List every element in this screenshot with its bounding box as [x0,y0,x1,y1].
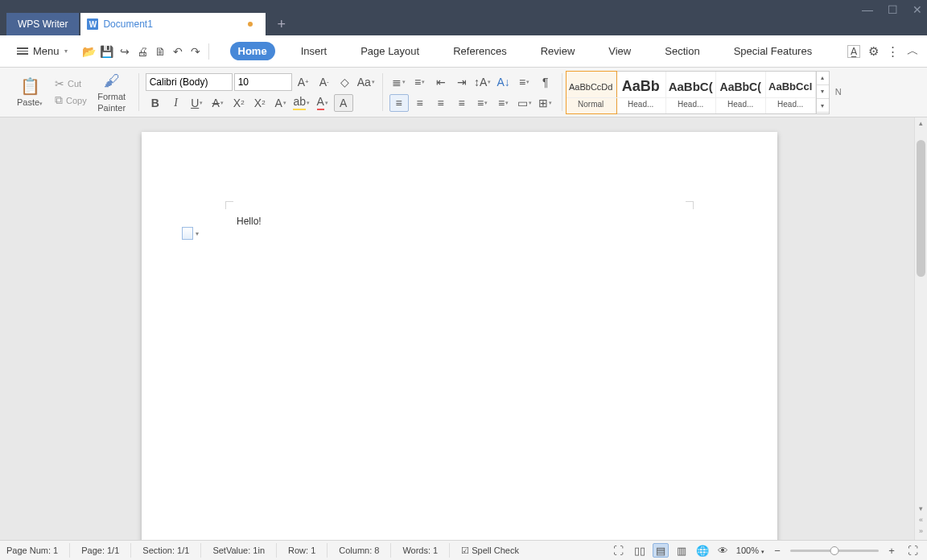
styles-scroll-down-icon[interactable]: ▾ [817,85,829,99]
align-left-icon[interactable]: ≡ [389,94,409,112]
tab-section[interactable]: Section [657,42,707,60]
zoom-in-icon[interactable]: + [884,543,900,558]
borders-icon[interactable]: ⊞▾ [536,94,555,112]
text-direction-icon[interactable]: ↕A▾ [473,73,492,91]
format-painter-button[interactable]: 🖌 Format Painter [92,71,132,113]
style-head[interactable]: AaBbC(Head... [666,72,716,113]
text-effects-icon[interactable]: A▾ [271,94,290,112]
collapse-ribbon-icon[interactable]: ︿ [907,43,919,59]
redo-icon[interactable]: ↷ [187,43,204,60]
distributed-icon[interactable]: ≡▾ [473,94,492,112]
italic-icon[interactable]: I [167,94,186,112]
sort-icon[interactable]: A↓ [494,73,513,91]
spell-check-button[interactable]: ☑ Spell Check [461,546,519,556]
status-section[interactable]: Section: 1/1 [142,546,189,555]
copy-button[interactable]: ⧉Copy [53,93,89,108]
fit-page-icon[interactable]: ⛶ [904,543,921,558]
tab-references[interactable]: References [445,42,514,60]
menu-button[interactable]: Menu ▾ [11,41,73,61]
minimize-icon[interactable]: ― [862,3,873,16]
status-page[interactable]: Page: 1/1 [81,546,119,555]
page[interactable]: ▾ Hello! [142,132,777,540]
vertical-scrollbar[interactable]: ▴ ▾ « » [914,117,927,540]
prev-page-icon[interactable]: « [915,516,927,524]
undo-icon[interactable]: ↶ [170,43,186,60]
close-icon[interactable]: ✕ [913,3,922,16]
style-normal[interactable]: AaBbCcDdNormal [566,72,616,113]
next-page-icon[interactable]: » [915,527,927,535]
read-view-icon[interactable]: ▯▯ [632,543,648,558]
style-head[interactable]: AaBbCclHead... [766,72,816,113]
align-right-icon[interactable]: ≡ [431,94,451,112]
style-head[interactable]: AaBbHead... [616,72,666,113]
superscript-icon[interactable]: X2 [229,94,249,112]
nav-pane-handle[interactable]: ▾ [182,227,199,240]
web-layout-icon[interactable]: 🌐 [694,543,711,558]
outline-view-icon[interactable]: ▥ [674,543,690,558]
increase-indent-icon[interactable]: ⇥ [452,73,472,91]
tab-review[interactable]: Review [533,42,583,60]
status-words[interactable]: Words: 1 [402,546,438,555]
app-name-tab[interactable]: WPS Writer [6,13,79,35]
change-case-icon[interactable]: Aa▾ [356,73,376,91]
export-icon[interactable]: ↪ [117,43,133,60]
subscript-icon[interactable]: X2 [250,94,270,112]
status-setvalue[interactable]: SetValue: 1in [212,546,265,555]
scroll-down-icon[interactable]: ▾ [915,504,927,513]
more-menu-icon[interactable]: ⋮ [887,44,899,59]
print-icon[interactable]: 🖨 [134,43,150,60]
document-body-text[interactable]: Hello! [237,216,262,227]
new-tab-button[interactable]: + [266,13,297,35]
line-spacing-icon[interactable]: ≡▾ [515,73,534,91]
tab-home[interactable]: Home [230,42,275,60]
underline-icon[interactable]: U▾ [187,94,207,112]
increase-font-icon[interactable]: A+ [294,73,313,91]
strikethrough-icon[interactable]: A▾ [208,94,228,112]
eye-protect-icon[interactable]: 👁 [715,543,731,558]
numbering-icon[interactable]: ≡▾ [410,73,430,91]
tab-page-layout[interactable]: Page Layout [352,42,427,60]
scrollbar-thumb[interactable] [917,140,925,277]
bold-icon[interactable]: B [146,94,165,112]
show-marks-icon[interactable]: ¶ [536,73,555,91]
character-shading-icon[interactable]: A [334,94,353,112]
scroll-up-icon[interactable]: ▴ [915,119,927,127]
settings-gear-icon[interactable]: ⚙ [868,44,879,59]
print-layout-icon[interactable]: ▤ [653,543,669,558]
status-row[interactable]: Row: 1 [288,546,315,555]
highlight-icon[interactable]: ab▾ [292,94,311,112]
open-icon[interactable]: 📂 [81,43,97,60]
font-color-icon[interactable]: A▾ [313,94,332,112]
font-size-input[interactable] [234,73,292,91]
cut-button[interactable]: ✂Cut [53,76,89,91]
fullscreen-icon[interactable]: ⛶ [611,543,627,558]
styles-scroll-up-icon[interactable]: ▴ [817,72,829,85]
bullets-icon[interactable]: ≣▾ [389,73,409,91]
tab-insert[interactable]: Insert [293,42,336,60]
decrease-indent-icon[interactable]: ⇤ [431,73,451,91]
character-panel-icon[interactable]: A̲ [847,45,860,58]
line-spacing-2-icon[interactable]: ≡▾ [494,94,513,112]
new-style-button[interactable]: N [830,87,847,97]
maximize-icon[interactable]: ☐ [888,3,898,16]
clear-formatting-icon[interactable]: ◇ [336,73,355,91]
preview-icon[interactable]: 🗎 [152,43,168,60]
status-column[interactable]: Column: 8 [339,546,379,555]
tab-view[interactable]: View [600,42,639,60]
justify-icon[interactable]: ≡ [452,94,472,112]
zoom-out-icon[interactable]: − [769,543,785,558]
zoom-slider-knob[interactable] [830,546,839,555]
align-center-icon[interactable]: ≡ [410,94,430,112]
document-tab[interactable]: W Document1 [80,13,266,35]
zoom-slider[interactable] [790,550,879,552]
zoom-value[interactable]: 100% ▾ [736,546,764,555]
tab-special-features[interactable]: Special Features [726,42,821,60]
paste-button[interactable]: 📋 Paste▾ [10,76,50,108]
decrease-font-icon[interactable]: A- [315,73,334,91]
font-name-input[interactable] [146,73,233,91]
save-icon[interactable]: 💾 [99,43,115,60]
status-page-num[interactable]: Page Num: 1 [6,546,58,555]
shading-icon[interactable]: ▭▾ [515,94,534,112]
styles-expand-icon[interactable]: ▾ [817,99,829,113]
style-head[interactable]: AaBbC(Head... [716,72,766,113]
